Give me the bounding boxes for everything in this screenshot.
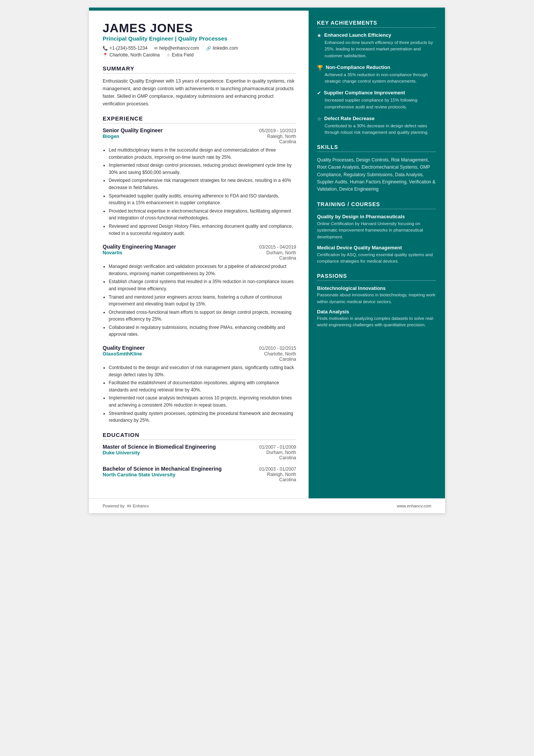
- job-entry-2: Quality Engineering Manager 03/2015 - 04…: [103, 244, 296, 338]
- achievement-title-1: Enhanced Launch Efficiency: [324, 32, 391, 38]
- achievement-icon-2: 🏆: [317, 65, 323, 70]
- title-part2: Quality Processes: [178, 35, 227, 42]
- bullet: Spearheaded supplier quality audits, ens…: [109, 193, 296, 207]
- skills-text: Quality Processes, Design Controls, Risk…: [317, 157, 436, 193]
- job-company-row-1: Biogen Raleigh, NorthCarolina: [103, 133, 296, 144]
- passions-title: PASSIONS: [317, 273, 436, 281]
- candidate-title: Principal Quality Engineer | Quality Pro…: [103, 35, 296, 42]
- edu-dates-2: 01/2003 - 01/2007: [259, 466, 296, 472]
- job-dates-2: 03/2015 - 04/2019: [259, 244, 296, 250]
- footer-left: Powered by ∞ Enhancv: [103, 502, 149, 509]
- linkedin-value: linkedin.com: [213, 45, 238, 51]
- course-title-2: Medical Device Quality Management: [317, 245, 436, 250]
- job-bullets-3: Contributed to the design and execution …: [103, 364, 296, 424]
- job-role-1: Senior Quality Engineer: [103, 127, 163, 133]
- course-2: Medical Device Quality Management Certif…: [317, 245, 436, 265]
- location-icon: 📍: [103, 53, 108, 58]
- bullet: Streamlined quality system processes, op…: [109, 410, 296, 424]
- job-location-1: Raleigh, NorthCarolina: [267, 134, 296, 144]
- edu-school-row-1: Duke University Durham, NorthCarolina: [103, 450, 296, 460]
- edu-entry-2: Bachelor of Science in Mechanical Engine…: [103, 466, 296, 482]
- phone-icon: 📞: [103, 46, 108, 51]
- title-part1: Principal Quality Engineer: [103, 35, 173, 42]
- skills-title: SKILLS: [317, 144, 436, 152]
- job-role-2: Quality Engineering Manager: [103, 244, 176, 250]
- location-value: Charlotte, North Carolina: [109, 52, 160, 58]
- header-section: JAMES JONES Principal Quality Engineer |…: [103, 21, 296, 58]
- bullet: Reviewed and approved Design History Fil…: [109, 223, 296, 237]
- education-title: EDUCATION: [103, 432, 296, 440]
- contact-row-1: 📞 +1-(234)-555-1234 ✉ help@enhancv.com 🔗…: [103, 45, 296, 51]
- achievements-section: KEY ACHIEVEMENTS ★ Enhanced Launch Effic…: [317, 20, 436, 136]
- achievement-icon-1: ★: [317, 33, 322, 38]
- location-contact: 📍 Charlotte, North Carolina: [103, 52, 160, 58]
- right-column: KEY ACHIEVEMENTS ★ Enhanced Launch Effic…: [309, 11, 445, 498]
- email-icon: ✉: [154, 46, 158, 51]
- experience-title: EXPERIENCE: [103, 115, 296, 124]
- bullet: Orchestrated cross-functional team effor…: [109, 309, 296, 323]
- job-company-2: Novartis: [103, 250, 122, 255]
- training-title: TRAINING / COURSES: [317, 201, 436, 209]
- job-bullets-1: Led multidisciplinary teams in the succe…: [103, 147, 296, 237]
- bullet: Implemented root cause analysis techniqu…: [109, 394, 296, 409]
- title-separator: |: [173, 35, 178, 42]
- achievement-2: 🏆 Non-Compliance Reduction Achieved a 35…: [317, 64, 436, 85]
- job-company-1: Biogen: [103, 133, 119, 139]
- achievement-title-4: Defect Rate Decrease: [324, 116, 375, 121]
- phone-value: +1-(234)-555-1234: [109, 45, 147, 51]
- bullet: Trained and mentored junior engineers ac…: [109, 294, 296, 308]
- course-desc-2: Certification by ASQ, covering essential…: [317, 252, 436, 265]
- footer: Powered by ∞ Enhancv www.enhancv.com: [89, 498, 445, 513]
- star-icon: ☆: [167, 53, 170, 58]
- enhancv-logo: ∞ Enhancv: [127, 502, 149, 509]
- bullet: Led multidisciplinary teams in the succe…: [109, 147, 296, 161]
- left-column: JAMES JONES Principal Quality Engineer |…: [89, 11, 309, 498]
- candidate-name: JAMES JONES: [103, 21, 296, 35]
- job-bullets-2: Managed design verification and validati…: [103, 263, 296, 338]
- achievement-desc-4: Contributed to a 30% decrease in design …: [317, 123, 436, 136]
- edu-school-row-2: North Carolina State University Raleigh,…: [103, 472, 296, 482]
- passion-desc-1: Passionate about innovations in biotechn…: [317, 292, 436, 305]
- achievement-title-3: Supplier Compliance Improvement: [324, 90, 405, 95]
- job-header-1: Senior Quality Engineer 05/2019 - 10/202…: [103, 127, 296, 133]
- achievement-title-2: Non-Compliance Reduction: [326, 64, 390, 70]
- bullet: Implemented robust design control proces…: [109, 162, 296, 176]
- achievement-4: ☆ Defect Rate Decrease Contributed to a …: [317, 116, 436, 136]
- edu-degree-1: Master of Science in Biomedical Engineer…: [103, 444, 216, 450]
- job-role-3: Quality Engineer: [103, 345, 145, 351]
- achievement-3: ✔ Supplier Compliance Improvement Increa…: [317, 90, 436, 110]
- top-accent-bar: [89, 8, 445, 11]
- passion-title-2: Data Analysis: [317, 309, 436, 315]
- job-dates-1: 05/2019 - 10/2023: [259, 128, 296, 133]
- passion-1: Biotechnological Innovations Passionate …: [317, 285, 436, 305]
- edu-location-1: Durham, NorthCarolina: [266, 450, 296, 460]
- passion-2: Data Analysis Finds motivation in analyz…: [317, 309, 436, 329]
- edu-dates-1: 01/2007 - 01/2009: [259, 445, 296, 450]
- bullet: Contributed to the design and execution …: [109, 364, 296, 378]
- bullet: Collaborated in regulatory submissions, …: [109, 324, 296, 338]
- course-desc-1: Online Certification by Harvard Universi…: [317, 221, 436, 240]
- edu-header-2: Bachelor of Science in Mechanical Engine…: [103, 466, 296, 472]
- edu-school-1: Duke University: [103, 450, 140, 460]
- edu-header-1: Master of Science in Biomedical Engineer…: [103, 444, 296, 450]
- summary-section: SUMMARY Enthusiastic Quality Engineer wi…: [103, 65, 296, 108]
- job-company-row-3: GlaxoSmithKline Charlotte, NorthCarolina: [103, 351, 296, 362]
- achievement-icon-3: ✔: [317, 90, 321, 96]
- job-company-3: GlaxoSmithKline: [103, 351, 142, 357]
- job-header-2: Quality Engineering Manager 03/2015 - 04…: [103, 244, 296, 250]
- extra-contact: ☆ Extra Field: [167, 52, 194, 58]
- achievement-1: ★ Enhanced Launch Efficiency Enhanced on…: [317, 32, 436, 59]
- email-value: help@enhancv.com: [159, 45, 199, 51]
- achievement-desc-3: Increased supplier compliance by 15% fol…: [317, 97, 436, 110]
- passion-title-1: Biotechnological Innovations: [317, 285, 436, 291]
- contact-row-2: 📍 Charlotte, North Carolina ☆ Extra Fiel…: [103, 52, 296, 58]
- enhancv-icon: ∞: [127, 502, 131, 509]
- resume-container: JAMES JONES Principal Quality Engineer |…: [89, 8, 445, 513]
- achievement-header-2: 🏆 Non-Compliance Reduction: [317, 64, 436, 70]
- achievement-header-4: ☆ Defect Rate Decrease: [317, 116, 436, 122]
- achievement-desc-2: Achieved a 35% reduction in non-complian…: [317, 72, 436, 85]
- achievement-icon-4: ☆: [317, 116, 322, 122]
- content-wrapper: JAMES JONES Principal Quality Engineer |…: [89, 11, 445, 498]
- skills-section: SKILLS Quality Processes, Design Control…: [317, 144, 436, 193]
- job-header-3: Quality Engineer 01/2010 - 02/2015: [103, 345, 296, 351]
